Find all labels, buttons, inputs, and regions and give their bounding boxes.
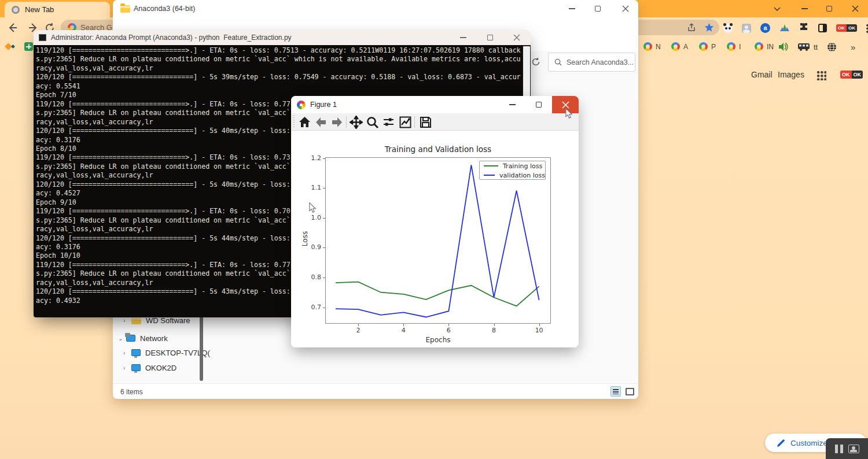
bookmark-label: I	[739, 43, 741, 51]
pause-icon[interactable]	[835, 445, 843, 453]
chevron-right-icon[interactable]: ›	[123, 350, 131, 356]
terminal-line: racy,val_loss,val_accuracy,lr	[36, 64, 521, 73]
ghost-cursor	[309, 202, 317, 213]
search-icon	[554, 58, 562, 66]
monitor-icon	[131, 349, 141, 356]
pencil-icon	[777, 439, 785, 447]
bookmark-label: IN	[767, 43, 774, 51]
extensions-row: a OKOK	[723, 22, 868, 34]
folder-icon	[131, 317, 141, 324]
terminal-close-button[interactable]	[504, 30, 529, 45]
speaker-icon[interactable]	[778, 42, 789, 51]
explorer-titlebar[interactable]: Anaconda3 (64-bit)	[113, 0, 638, 17]
browser-close-button[interactable]	[843, 0, 867, 17]
explorer-search-placeholder: Search Anaconda3...	[567, 58, 634, 66]
chevron-right-icon[interactable]: ›	[123, 365, 131, 371]
mouse-cursor	[565, 108, 573, 119]
bookmark-google-item[interactable]: N	[643, 42, 661, 51]
bookmark-tt-label: tt	[814, 43, 818, 51]
globe-icon[interactable]	[827, 42, 837, 52]
explorer-minimize-button[interactable]	[559, 0, 584, 17]
sidebar-item-desktop-tv7lq-[interactable]: ›DESKTOP-TV7LQ(	[123, 346, 210, 360]
series-validation-loss	[336, 165, 539, 317]
monitor-icon	[131, 364, 141, 371]
bookmarks-overflow-chevrons[interactable]: »	[851, 42, 855, 52]
legend-label: validation loss	[499, 172, 545, 179]
ok-extension-badge[interactable]: OKOK	[836, 24, 857, 32]
sidepanel-icon[interactable]	[818, 24, 827, 32]
newtab-favicon-icon	[12, 6, 20, 14]
gmail-link[interactable]: Gmail	[751, 70, 773, 79]
bookmark-label: A	[683, 43, 688, 51]
chevron-right-icon[interactable]: ›	[123, 317, 131, 324]
explorer-maximize-button[interactable]	[585, 0, 610, 17]
items-count: 6 items	[120, 388, 143, 396]
tab-title: New Tab	[25, 5, 54, 14]
sidebar-item-label: Network	[140, 334, 168, 343]
explorer-title: Anaconda3 (64-bit)	[134, 5, 195, 13]
terminal-line: acy: 0.5541	[36, 82, 521, 91]
list-view-icon[interactable]	[610, 386, 621, 397]
terminal-line: 119/120 [============================>.]…	[36, 46, 521, 55]
x-axis-label: Epochs	[325, 336, 551, 344]
browser-tab-newtab[interactable]: New Tab	[5, 2, 110, 17]
terminal-line: 120/120 [==============================]…	[36, 73, 521, 82]
bookmark-star-icon[interactable]	[704, 23, 714, 35]
bookmark-label: P	[711, 43, 716, 51]
puzzle-extension-icon[interactable]	[799, 22, 809, 34]
recorder-overlay	[826, 438, 868, 459]
desktop: New Tab Search G NAPIIN tt » a	[0, 0, 868, 459]
picture-icon[interactable]	[848, 445, 859, 453]
browser-minimize-button[interactable]	[792, 0, 816, 17]
panda-extension-icon[interactable]	[723, 24, 733, 33]
google-g-favicon	[699, 42, 708, 51]
sidebar-item-network[interactable]: ⌄Network	[118, 331, 168, 345]
ok-profile-badge[interactable]: OKOK	[840, 71, 863, 79]
profile-extension-icon[interactable]	[742, 24, 751, 33]
terminal-title: Administrator: Anaconda Prompt (Anaconda…	[51, 34, 292, 42]
bookmark-green-icon[interactable]	[24, 42, 33, 51]
bookmark-diamond-icon[interactable]	[5, 42, 16, 51]
google-g-favicon	[727, 42, 735, 51]
legend-line-swatch	[484, 175, 495, 176]
images-link[interactable]: Images	[778, 70, 804, 79]
a-circle-extension-icon[interactable]: a	[760, 23, 770, 33]
figure-window: Figure 1 Training and Validation loss 0.…	[291, 96, 579, 347]
bookmark-google-item[interactable]: A	[671, 42, 688, 51]
folder-icon	[120, 5, 130, 13]
terminal-titlebar[interactable]: Administrator: Anaconda Prompt (Anaconda…	[34, 30, 531, 45]
browser-maximize-button[interactable]	[817, 0, 841, 17]
browser-tabsearch-chevron-icon[interactable]	[765, 0, 789, 17]
explorer-close-button[interactable]	[613, 0, 638, 17]
loss-chart	[291, 96, 579, 347]
terminal-minimize-button[interactable]	[450, 30, 476, 45]
network-icon	[126, 335, 135, 342]
bookmark-google-item[interactable]: IN	[755, 42, 774, 51]
google-apps-grid-icon[interactable]	[816, 71, 826, 80]
bookmark-google-item[interactable]: P	[699, 42, 716, 51]
mountain-extension-icon[interactable]	[779, 23, 790, 34]
bookmark-label: N	[656, 43, 661, 51]
legend-label: Training loss	[503, 162, 542, 170]
explorer-statusbar: 6 items	[113, 383, 638, 399]
series-training-loss	[336, 282, 539, 306]
y-axis-label: Loss	[301, 227, 309, 250]
terminal-line: s.py:2365] Reduce LR on plateau conditio…	[36, 55, 521, 64]
terminal-maximize-button[interactable]	[477, 30, 503, 45]
chart-legend: Training lossvalidation loss	[479, 161, 546, 180]
back-button[interactable]	[7, 22, 19, 34]
thumbnail-view-icon[interactable]	[626, 388, 634, 395]
bookmark-bus-item[interactable]: tt	[797, 42, 818, 51]
console-icon	[39, 34, 46, 41]
google-g-favicon	[755, 42, 763, 51]
google-g-favicon	[643, 42, 652, 51]
explorer-refresh-icon[interactable]	[531, 57, 541, 67]
google-g-favicon	[671, 42, 680, 51]
share-icon[interactable]	[687, 23, 697, 35]
explorer-search-box[interactable]: Search Anaconda3...	[548, 53, 635, 72]
sidebar-item-okok2d[interactable]: ›OKOK2D	[123, 361, 176, 375]
sidebar-item-label: OKOK2D	[145, 364, 176, 372]
bookmark-google-item[interactable]: I	[727, 42, 741, 51]
legend-line-swatch	[484, 165, 498, 166]
